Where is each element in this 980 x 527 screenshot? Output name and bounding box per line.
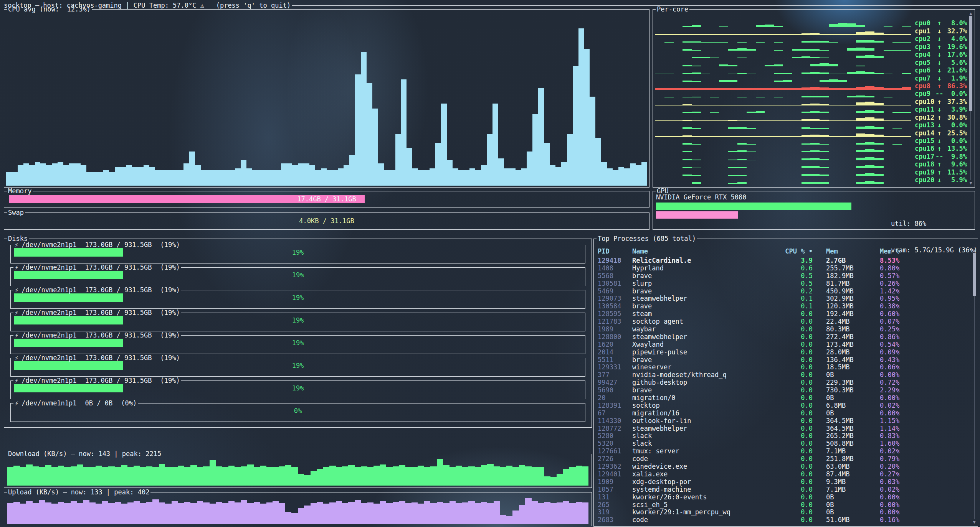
process-name: steamwebhelper [632,425,782,433]
chart-bar [286,163,292,186]
process-cpu-pct: 0.0 [782,410,813,417]
per-core-scrollbar[interactable]: ▲ ▼ [968,11,973,186]
chart-bar [847,120,856,121]
disks-panel: Disks ⚡/dev/nvme2n1p1173.0GB / 931.5GB(1… [4,239,592,428]
process-row[interactable]: 1620Xwayland0.0173.4MB0.54% [594,341,970,349]
chart-bar [902,50,911,51]
process-scrollbar[interactable]: ▲ ▼ [972,248,977,525]
chart-bar [838,34,847,35]
process-row[interactable]: 128391socktop0.06.8MB0.02% [594,402,970,410]
process-row[interactable]: 5690brave0.0730.3MB2.29% [594,387,970,394]
process-row[interactable]: 129073steamwebhelper0.1302.9MB0.95% [594,295,970,303]
process-row[interactable]: 99427github-desktop0.0229.3MB0.72% [594,379,970,387]
process-name: brave [632,272,782,280]
per-core-scroll-thumb[interactable] [969,16,972,111]
per-core-label: cpu3↑19.6% [915,43,967,51]
scroll-up-icon[interactable]: ▲ [969,11,972,16]
scroll-down-icon[interactable]: ▼ [969,180,972,186]
chart-bar [89,502,96,524]
process-row[interactable]: 2726code0.0251.8MB0.79% [594,455,970,463]
chart-bar [279,466,285,486]
chart-bar [737,127,747,129]
per-core-sparkline [655,123,911,129]
chart-bar [902,42,911,43]
process-row[interactable]: 1909xdg-desktop-por0.09.3MB0.03% [594,478,970,486]
process-row[interactable]: 130581slurp0.581.7MB0.26% [594,280,970,288]
process-row[interactable]: 128772steamwebhelper0.0364.5MB1.14% [594,425,970,433]
process-row[interactable]: 67migration/160.00B0.00% [594,410,970,417]
per-core-sparkline [655,45,911,51]
process-row[interactable]: 127661tmux: server0.07.1MB0.02% [594,448,970,455]
chart-bar [46,165,52,186]
process-pid: 2683 [598,516,632,524]
process-row[interactable]: 20migration/00.00B0.00% [594,394,970,402]
chart-bar [348,502,354,524]
column-header-cpu-sort[interactable]: CPU % • [782,248,813,255]
process-row[interactable]: 1408Hyprland0.6255.7MB0.80% [594,265,970,272]
per-core-scroll-track[interactable] [969,16,972,180]
process-row[interactable]: 5469brave0.2450.9MB1.42% [594,288,970,295]
chart-bar [810,158,820,160]
process-row[interactable]: 128800steamwebhelper0.0272.4MB0.86% [594,333,970,341]
process-row[interactable]: 114330outlook-for-lin0.0364.5MB1.15% [594,417,970,425]
chart-bar [838,136,847,137]
process-row[interactable]: 128595steam0.0192.4MB0.60% [594,310,970,318]
chart-bar [260,466,266,486]
process-row[interactable]: 5320slack0.0508.8MB1.60% [594,440,970,448]
chart-bar [304,506,310,524]
process-row[interactable]: 2683code0.051.6MB0.16% [594,516,970,524]
chart-bar [338,168,344,186]
process-row[interactable]: 130584brave0.1120.3MB0.38% [594,303,970,310]
chart-bar [856,111,865,114]
chart-bar [447,160,453,186]
chart-bar [756,111,765,113]
chart-bar [747,58,756,59]
chart-bar [874,103,884,105]
process-row[interactable]: 129401xalia.exe0.087.4MB0.27% [594,471,970,478]
chart-bar [810,119,820,121]
process-row[interactable]: 5280slack0.0265.2MB0.83% [594,432,970,440]
chart-bar [810,33,820,35]
chart-bar [12,172,18,186]
scroll-down-icon[interactable]: ▼ [973,519,975,525]
chart-bar [178,503,184,524]
process-row[interactable]: 265scsi_eh_50.00B0.00% [594,501,970,509]
process-cpu-pct: 0.0 [782,509,813,516]
per-core-row: cpu16↑13.5% [655,145,967,152]
process-row[interactable]: 319kworker/29:1-mm_percpu_wq0.00B0.00% [594,509,970,516]
chart-bar [865,31,874,35]
process-row[interactable]: 1989waybar0.080.3MB0.25% [594,326,970,333]
process-row[interactable]: 1057systemd-machine0.07.1MB0.02% [594,486,970,494]
chart-bar [475,467,481,486]
process-row[interactable]: 5568brave0.5182.9MB0.57% [594,272,970,280]
per-core-label: cpu13↓0.0% [915,121,967,129]
per-core-row: cpu7↓1.9% [655,74,967,82]
process-row[interactable]: 131kworker/26:0-events0.00B0.00% [594,494,970,501]
process-row[interactable]: 129331wineserver0.018.5MB0.06% [594,364,970,371]
per-core-label: cpu1↓32.7% [915,27,967,35]
per-core-row: cpu0↑8.0% [655,19,967,27]
process-scroll-thumb[interactable] [973,253,976,296]
chart-bar [557,502,563,524]
process-row[interactable]: 377nvidia-modeset/kthread_q0.00B0.00% [594,371,970,379]
chart-bar [710,34,719,35]
process-row[interactable]: 121783socktop_agent0.022.4MB0.07% [594,318,970,326]
chart-bar [399,465,405,486]
chart-bar [783,136,792,137]
chart-bar [464,170,470,186]
chart-bar [856,182,865,184]
core-name: cpu16 [915,145,935,152]
process-scroll-track[interactable] [973,253,976,519]
process-cpu-pct: 0.0 [782,356,813,364]
chart-bar [355,467,361,486]
process-row[interactable]: 129418RelicCardinal.e3.92.7GB8.53% [594,257,970,265]
process-row[interactable]: 2014pipewire-pulse0.028.0MB0.09% [594,349,970,356]
process-row[interactable]: 129362winedevice.exe0.063.0MB0.20% [594,463,970,471]
chart-bar [311,503,317,524]
chart-bar [450,501,456,524]
process-pid: 121783 [598,318,632,326]
process-mem: 0B [813,410,868,417]
chart-bar [692,128,701,129]
scroll-up-icon[interactable]: ▲ [973,248,975,253]
process-row[interactable]: 5511brave0.0136.4MB0.43% [594,356,970,364]
